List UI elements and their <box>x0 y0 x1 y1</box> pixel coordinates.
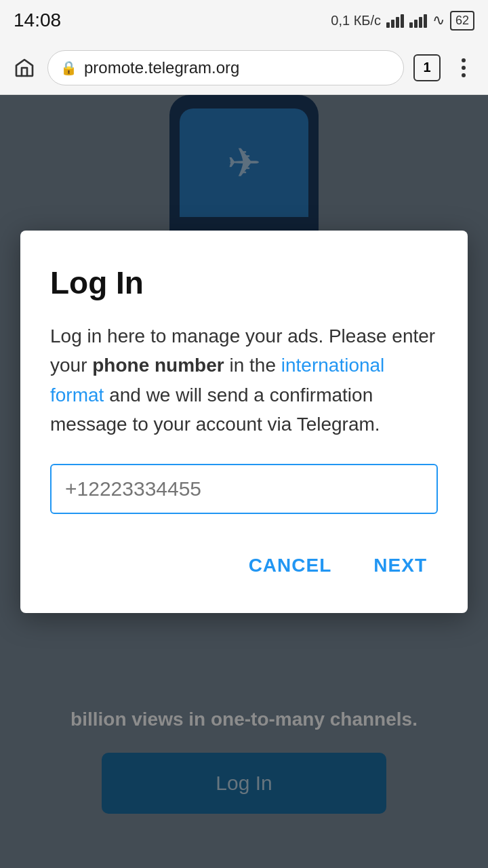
home-button[interactable] <box>11 54 38 81</box>
status-bar: 14:08 0,1 КБ/с ∿ 62 <box>0 0 488 41</box>
phone-input-container <box>50 464 438 514</box>
wifi-icon: ∿ <box>432 12 445 29</box>
browser-bar: 🔒 promote.telegram.org 1 <box>0 41 488 95</box>
signal-bars-2 <box>409 13 427 28</box>
status-time: 14:08 <box>14 9 61 31</box>
status-icons: 0,1 КБ/с ∿ 62 <box>331 11 474 31</box>
signal-bars-1 <box>386 13 404 28</box>
modal-buttons: CANCEL NEXT <box>50 548 438 583</box>
modal-description: Log in here to manage your ads. Please e… <box>50 321 438 439</box>
menu-dot-2 <box>462 66 466 70</box>
menu-dot-1 <box>462 58 466 62</box>
url-bar[interactable]: 🔒 promote.telegram.org <box>47 50 404 85</box>
description-bold: phone number <box>92 355 224 376</box>
phone-input[interactable] <box>65 477 423 500</box>
url-text: promote.telegram.org <box>84 58 239 77</box>
next-button[interactable]: NEXT <box>363 548 438 583</box>
description-part2: in the <box>224 355 281 376</box>
tab-counter[interactable]: 1 <box>413 54 441 81</box>
browser-menu-button[interactable] <box>450 54 477 81</box>
network-speed: 0,1 КБ/с <box>331 13 381 28</box>
modal-title: Log In <box>50 264 438 301</box>
login-modal: Log In Log in here to manage your ads. P… <box>20 231 468 613</box>
menu-dot-3 <box>462 73 466 77</box>
battery-indicator: 62 <box>450 11 474 31</box>
lock-icon: 🔒 <box>60 60 77 76</box>
home-icon <box>14 57 35 79</box>
cancel-button[interactable]: CANCEL <box>238 548 343 583</box>
